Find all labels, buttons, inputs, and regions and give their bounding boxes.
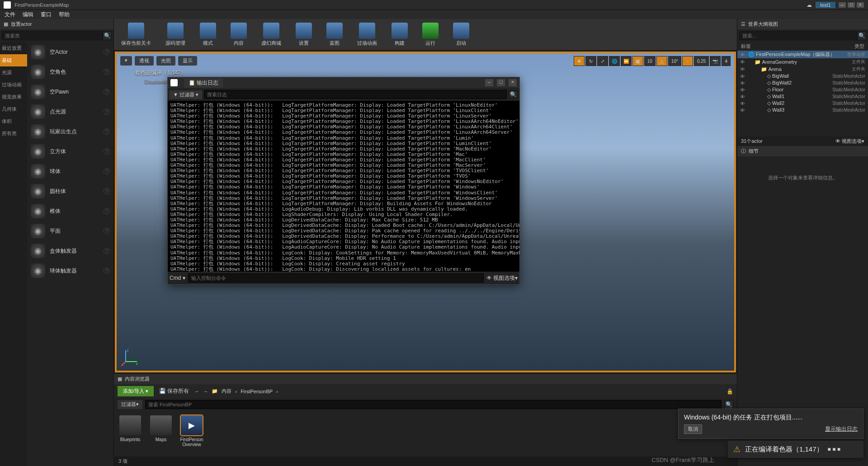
actor-item-6[interactable]: ◉球体? [27, 161, 113, 181]
vp-anglesnap-value[interactable]: 10° [668, 56, 681, 66]
help-icon[interactable]: ? [104, 148, 110, 155]
toolbar-btn-4[interactable]: 虚幻商城 [259, 22, 284, 47]
cb-path-icon[interactable]: 📁 [212, 388, 218, 394]
menu-edit[interactable]: 编辑 [23, 11, 33, 19]
toolbar-btn-8[interactable]: 构建 [389, 22, 410, 47]
vp-grid-icon[interactable]: ▦ [632, 56, 643, 66]
cloud-icon[interactable]: ☁ [807, 2, 812, 8]
vp-scale-snap-icon[interactable]: ▫ [682, 56, 693, 66]
place-cat-2[interactable]: 光源 [0, 66, 27, 79]
cb-fwd-icon[interactable]: → [203, 389, 208, 394]
help-icon[interactable]: ? [104, 49, 110, 55]
vp-move-icon[interactable]: ✥ [574, 56, 585, 66]
toolbar-btn-0[interactable]: 保存当前关卡 [118, 22, 154, 47]
place-cat-3[interactable]: 过场动画 [0, 79, 27, 91]
outliner-search-input[interactable] [739, 31, 857, 40]
place-cat-4[interactable]: 视觉效果 [0, 91, 27, 103]
actor-item-10[interactable]: ◉盒体触发器? [27, 241, 113, 261]
visibility-icon[interactable]: 👁 [740, 59, 746, 65]
vp-scale-icon[interactable]: ⤢ [597, 56, 608, 66]
log-filter-button[interactable]: ▼ 过滤器 ▾ [170, 90, 202, 99]
toast-show-log-link[interactable]: 显示输出日志 [825, 425, 858, 433]
toolbar-btn-10[interactable]: 启动 [450, 22, 472, 47]
cb-add-button[interactable]: 添加/导入 ▾ [118, 386, 154, 396]
log-close-icon[interactable]: × [509, 79, 517, 86]
outliner-view-opts[interactable]: 👁 视图选项▾ [835, 138, 864, 145]
actor-item-3[interactable]: ◉点光源? [27, 102, 113, 122]
outliner-row-6[interactable]: 👁◇ Wall1StaticMeshActor [737, 93, 868, 100]
cb-item-0[interactable]: Blueprints [118, 415, 142, 442]
place-cat-7[interactable]: 所有类 [0, 127, 27, 140]
outliner-row-7[interactable]: 👁◇ Wall2StaticMeshActor [737, 100, 868, 107]
cb-crumb-folder[interactable]: FirstPersonBP [241, 389, 273, 394]
vp-speed-icon[interactable]: ⏩ [621, 56, 632, 66]
outliner-row-8[interactable]: 👁◇ Wall3StaticMeshActor [737, 107, 868, 113]
help-icon[interactable]: ? [104, 228, 110, 234]
actor-item-5[interactable]: ◉立方体? [27, 141, 113, 161]
menu-file[interactable]: 文件 [5, 11, 15, 19]
cb-lock-icon[interactable]: 🔒 [726, 388, 733, 395]
search-icon[interactable]: 🔍 [724, 400, 733, 409]
outliner-row-3[interactable]: 👁◇ BigWallStaticMeshActor [737, 73, 868, 80]
cb-filter-button[interactable]: 过滤器▾ [118, 400, 142, 409]
cb-crumb-content[interactable]: 内容 [222, 388, 231, 395]
help-icon[interactable]: ? [104, 128, 110, 135]
toolbar-btn-6[interactable]: 蓝图 [324, 22, 345, 47]
actor-item-8[interactable]: ◉椎体? [27, 201, 113, 221]
close-icon[interactable]: × [856, 2, 864, 8]
vp-lit-button[interactable]: 光照 [156, 56, 175, 66]
visibility-icon[interactable]: 👁 [740, 101, 746, 106]
place-cat-0[interactable]: 最近放置 [0, 42, 27, 54]
place-cat-5[interactable]: 几何体 [0, 103, 27, 115]
outliner-row-0[interactable]: 👁🌐 FirstPersonExampleMap（编辑器）世界场景 [737, 51, 868, 58]
visibility-icon[interactable]: 👁 [740, 94, 746, 99]
vp-show-button[interactable]: 显示 [178, 56, 197, 66]
outliner-row-4[interactable]: 👁◇ BigWall2StaticMeshActor [737, 80, 868, 86]
log-cmd-input[interactable] [188, 273, 484, 282]
help-icon[interactable]: ? [104, 208, 110, 214]
toolbar-btn-9[interactable]: 运行 [420, 22, 441, 47]
help-icon[interactable]: ? [104, 248, 110, 254]
log-search-input[interactable] [204, 90, 507, 99]
toolbar-btn-7[interactable]: 过场动画 [354, 22, 380, 47]
log-maximize-icon[interactable]: □ [497, 79, 505, 86]
log-minimize-icon[interactable]: – [485, 79, 493, 86]
cb-item-1[interactable]: Maps [149, 415, 173, 442]
cb-search-input[interactable] [145, 400, 722, 409]
log-tab[interactable]: 📋 输出日志 [184, 78, 223, 88]
visibility-icon[interactable]: 👁 [740, 108, 746, 113]
place-cat-1[interactable]: 基础 [0, 54, 27, 66]
outliner-row-2[interactable]: 👁📁 Arena文件夹 [737, 66, 868, 73]
menu-help[interactable]: 帮助 [59, 11, 70, 19]
outliner-row-1[interactable]: 👁📁 ArenaGeometry文件夹 [737, 58, 868, 66]
vp-camspeed-value[interactable]: 4 [722, 56, 731, 66]
search-icon[interactable]: 🔍 [103, 31, 112, 40]
vp-gridsnap-value[interactable]: 10 [644, 56, 656, 66]
actor-item-4[interactable]: ◉玩家出生点? [27, 122, 113, 141]
help-icon[interactable]: ? [104, 69, 110, 75]
outliner-col-label[interactable]: 标签 [741, 43, 854, 50]
visibility-icon[interactable]: 👁 [740, 87, 746, 93]
toast-cancel-button[interactable]: 取消 [684, 424, 702, 434]
actor-item-11[interactable]: ◉球体触发器? [27, 261, 113, 281]
visibility-icon[interactable]: 👁 [740, 80, 746, 86]
help-icon[interactable]: ? [104, 188, 110, 194]
minimize-icon[interactable]: – [838, 2, 846, 8]
help-icon[interactable]: ? [104, 268, 110, 274]
help-icon[interactable]: ? [104, 108, 110, 115]
search-icon[interactable]: 🔍 [857, 31, 866, 40]
actor-item-7[interactable]: ◉圆柱体? [27, 181, 113, 201]
toolbar-btn-2[interactable]: 模式 [197, 22, 219, 47]
vp-dropdown-icon[interactable]: ▾ [120, 56, 132, 66]
vp-persp-button[interactable]: 透视 [135, 56, 154, 66]
log-view-opts[interactable]: 👁 视图选项▾ [486, 274, 518, 282]
visibility-icon[interactable]: 👁 [740, 52, 746, 57]
search-icon[interactable]: 🔍 [509, 91, 518, 98]
vp-scalesnap-value[interactable]: 0.25 [694, 56, 709, 66]
cb-save-all-button[interactable]: 💾 保存所有 [159, 387, 189, 395]
help-icon[interactable]: ? [104, 168, 110, 174]
actor-item-9[interactable]: ◉平面? [27, 221, 113, 241]
toolbar-btn-5[interactable]: 设置 [293, 22, 315, 47]
place-cat-6[interactable]: 体积 [0, 115, 27, 127]
cb-item-2[interactable]: FirstPersonOverview [180, 415, 203, 447]
